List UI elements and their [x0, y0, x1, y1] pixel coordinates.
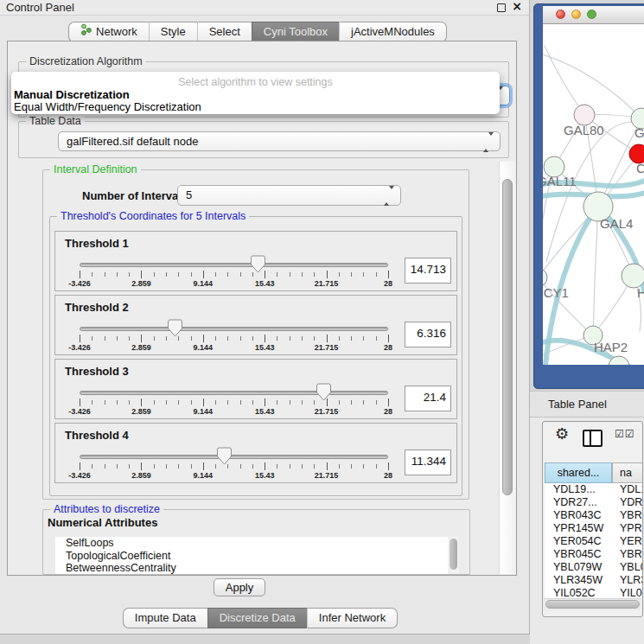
cell-shared-name[interactable]: YLR345W — [545, 574, 612, 587]
number-of-intervals-combo[interactable]: 5 — [177, 185, 401, 206]
panel-title: Control Panel — [6, 1, 74, 14]
table-rows: YDL19...YDL1YDR27...YDR2YBR043CYBR0YPR14… — [545, 483, 643, 599]
threshold-slider[interactable] — [80, 263, 388, 268]
slider-track[interactable] — [80, 391, 388, 395]
tab-cyni-toolbox[interactable]: Cyni Toolbox — [252, 22, 339, 42]
tab-select[interactable]: Select — [197, 22, 252, 42]
threshold-value-field[interactable]: 14.713 — [405, 258, 451, 284]
threshold-slider[interactable] — [80, 327, 388, 332]
table-row[interactable]: YLR345WYLR3 — [545, 574, 643, 587]
cell-name[interactable]: YPR1 — [612, 522, 643, 535]
table-hscrollbar[interactable] — [544, 598, 641, 610]
panel-scrollbar-thumb[interactable] — [502, 179, 513, 495]
cell-name[interactable]: YER0 — [612, 535, 643, 548]
network-node-h[interactable] — [622, 264, 644, 288]
bottom-tab-infer-network[interactable]: Infer Network — [307, 608, 398, 628]
float-window-icon[interactable] — [497, 3, 506, 12]
slider-track[interactable] — [80, 327, 388, 331]
tab-label: Select — [209, 22, 240, 41]
table-row[interactable]: YDL19...YDL1 — [545, 483, 643, 496]
cell-name[interactable]: YDR2 — [612, 496, 643, 509]
panel-scrollbar[interactable] — [499, 162, 516, 574]
cell-shared-name[interactable]: YBR045C — [545, 548, 612, 561]
cell-shared-name[interactable]: YIL052C — [545, 587, 612, 599]
attribute-item-betweennesscentrality[interactable]: BetweennessCentrality — [55, 562, 459, 574]
threshold-slider[interactable] — [80, 455, 388, 460]
algorithm-option-equal-width[interactable]: Equal Width/Frequency Discretization — [14, 100, 201, 113]
bottom-tab-impute-data[interactable]: Impute Data — [123, 608, 207, 628]
slider-ticks — [80, 271, 388, 278]
threshold-value: 6.316 — [417, 327, 446, 340]
attribute-item-topologicalcoefficient[interactable]: TopologicalCoefficient — [55, 550, 459, 563]
tab-network[interactable]: Network — [68, 22, 149, 42]
bottom-tab-bar: Impute DataDiscretize DataInfer Network — [0, 608, 520, 628]
table-row[interactable]: YDR27...YDR2 — [545, 496, 643, 509]
cell-shared-name[interactable]: YER054C — [545, 535, 612, 548]
gear-icon[interactable]: ⚙ — [555, 424, 569, 443]
threshold-value: 14.713 — [411, 263, 446, 276]
screen: Control Panel × NetworkStyleSelectCyni T… — [0, 0, 644, 644]
table-row[interactable]: YER054CYER0 — [545, 535, 643, 548]
close-red-icon[interactable] — [556, 10, 565, 19]
algorithm-option-manual[interactable]: Manual Discretization — [14, 88, 130, 101]
apply-button[interactable]: Apply — [214, 578, 265, 596]
network-edge — [593, 207, 598, 335]
cell-name[interactable]: YBR0 — [612, 509, 643, 522]
list-scrollbar[interactable] — [448, 537, 459, 574]
tab-jactivemnodules[interactable]: jActiveMNodules — [339, 22, 447, 42]
cell-shared-name[interactable]: YBL079W — [545, 561, 612, 574]
algorithm-group-title: Discretization Algorithm — [26, 55, 146, 67]
cell-name[interactable]: YBL0 — [612, 561, 643, 574]
bottom-tab-discretize-data[interactable]: Discretize Data — [207, 608, 307, 628]
threshold-value-field[interactable]: 6.316 — [405, 322, 451, 348]
threshold-row-1: Threshold 1-3.4262.8599.14415.4321.71528… — [54, 231, 457, 291]
cell-name[interactable]: YIL0 — [612, 587, 643, 599]
cell-shared-name[interactable]: YDL19... — [545, 483, 612, 496]
cell-name[interactable]: YBR0 — [612, 548, 643, 561]
column-header-name[interactable]: na — [612, 462, 643, 483]
threshold-label: Threshold 3 — [65, 365, 129, 378]
table-row[interactable]: YPR145WYPR1 — [545, 522, 643, 535]
zoom-green-icon[interactable] — [587, 10, 596, 19]
table-data-combo[interactable]: galFiltered.sif default node — [58, 131, 501, 151]
tab-label: jActiveMNodules — [351, 22, 435, 41]
column-view-icon[interactable] — [583, 430, 603, 447]
combo-stepper-icon — [384, 189, 394, 202]
slider-tick-labels: -3.4262.8599.14415.4321.71528 — [80, 279, 388, 289]
list-scrollbar-thumb[interactable] — [450, 539, 457, 570]
threshold-value-field[interactable]: 11.344 — [405, 450, 451, 475]
table-panel-title: Table Panel — [530, 391, 644, 418]
checkbox-checked-icons[interactable]: ☑☑ — [615, 428, 635, 440]
threshold-value: 21.4 — [424, 391, 446, 404]
table-row[interactable]: YBL079WYBL0 — [545, 561, 643, 574]
network-canvas[interactable]: GAL80GACGAL11GAL4GCY1HHAP2 — [543, 24, 644, 365]
cell-name[interactable]: YDL1 — [612, 483, 643, 496]
table-row[interactable]: YBR043CYBR0 — [545, 509, 643, 522]
table-row[interactable]: YBR045CYBR0 — [545, 548, 643, 561]
threshold-value-field[interactable]: 21.4 — [405, 386, 451, 411]
node-label: GAL4 — [600, 216, 633, 231]
cell-shared-name[interactable]: YPR145W — [545, 522, 612, 535]
table-header-row: shared... na — [545, 462, 643, 483]
tab-style[interactable]: Style — [149, 22, 197, 42]
cell-shared-name[interactable]: YDR27... — [545, 496, 612, 509]
table-hscrollbar-thumb[interactable] — [545, 600, 640, 609]
table-data-group-title: Table Data — [26, 115, 85, 127]
slider-track[interactable] — [80, 455, 388, 459]
column-header-shared-name[interactable]: shared... — [545, 462, 612, 483]
minimize-yellow-icon[interactable] — [571, 10, 581, 19]
numerical-attributes-list[interactable]: SelfLoopsTopologicalCoefficientBetweenne… — [55, 537, 459, 574]
cell-name[interactable]: YLR3 — [612, 574, 643, 587]
cell-shared-name[interactable]: YBR043C — [545, 509, 612, 522]
table-row[interactable]: YIL052CYIL0 — [545, 587, 643, 599]
node-label: GAL11 — [543, 174, 577, 188]
slider-track[interactable] — [80, 263, 388, 267]
network-node-gcy1[interactable] — [543, 268, 547, 287]
tab-label: Impute Data — [135, 609, 196, 628]
threshold-slider[interactable] — [80, 391, 388, 396]
cyni-toolbox-content: Discretization Algorithm Table Data galF… — [7, 41, 517, 576]
node-table: shared... na YDL19...YDL1YDR27...YDR2YBR… — [545, 462, 643, 599]
close-icon[interactable]: × — [512, 0, 522, 13]
network-window-titlebar[interactable] — [543, 6, 644, 24]
attribute-item-selfloops[interactable]: SelfLoops — [55, 537, 459, 550]
